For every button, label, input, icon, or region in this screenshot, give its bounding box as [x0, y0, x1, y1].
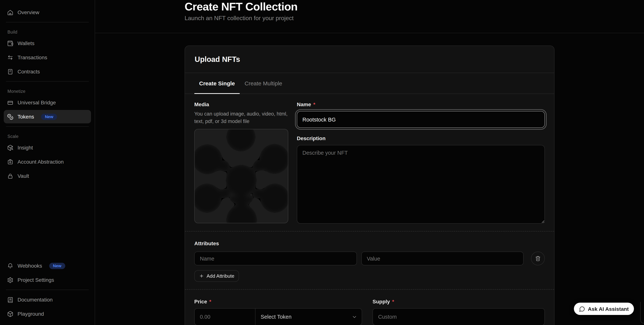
chevron-down-icon	[352, 314, 357, 320]
nft-name-input[interactable]	[297, 111, 545, 128]
wallet-icon	[7, 40, 14, 46]
sidebar-item-label: Vault	[18, 173, 29, 179]
bell-icon	[7, 263, 14, 269]
nft-description-textarea[interactable]	[297, 145, 545, 224]
account-abstraction-icon	[7, 159, 14, 165]
required-asterisk: *	[313, 101, 315, 108]
sidebar-item-label: Universal Bridge	[18, 99, 56, 105]
bridge-card-icon	[7, 99, 14, 106]
home-icon	[7, 9, 14, 15]
ask-ai-assistant-button[interactable]: Ask AI Assistant	[574, 303, 634, 315]
page-header: Create NFT Collection Launch an NFT coll…	[95, 0, 644, 33]
sidebar-item-contracts[interactable]: Contracts	[4, 65, 91, 78]
transactions-icon	[7, 54, 14, 60]
sidebar-item-playground[interactable]: Playground	[4, 307, 91, 321]
price-input-group: Select Token	[194, 308, 362, 325]
name-label: Name	[297, 101, 311, 108]
sidebar-item-transactions[interactable]: Transactions	[4, 51, 91, 64]
media-blob-art	[195, 129, 288, 223]
sidebar-item-account-abstraction[interactable]: Account Abstraction	[4, 155, 91, 168]
page-title: Create NFT Collection	[184, 0, 554, 13]
attributes-label: Attributes	[194, 240, 545, 247]
sidebar-item-webhooks[interactable]: Webhooks New	[4, 259, 91, 273]
media-upload-preview[interactable]	[194, 129, 288, 223]
delete-attribute-button[interactable]	[531, 252, 545, 265]
sidebar-item-overview[interactable]: Overview	[4, 5, 91, 19]
sidebar-item-label: Tokens	[18, 114, 34, 120]
sidebar-item-label: Overview	[18, 9, 39, 15]
sidebar-item-label: Contracts	[18, 69, 40, 74]
sidebar-item-wallets[interactable]: Wallets	[4, 36, 91, 50]
lock-icon	[7, 173, 14, 179]
supply-input[interactable]	[372, 308, 545, 325]
panel-edge-artifact	[640, 302, 644, 324]
sidebar: Overview Build Wallets Transactions Cont…	[0, 0, 95, 325]
upload-nfts-card: Upload NFTs Create Single Create Multipl…	[184, 45, 554, 325]
supply-label: Supply	[372, 298, 390, 305]
sidebar-section-build: Build	[4, 30, 91, 34]
gear-icon	[7, 277, 14, 283]
cube-icon	[7, 311, 14, 317]
token-select-dropdown[interactable]: Select Token	[256, 309, 362, 325]
page-subtitle: Launch an NFT collection for your projec…	[184, 14, 554, 22]
sidebar-item-label: Transactions	[18, 54, 47, 60]
sidebar-item-universal-bridge[interactable]: Universal Bridge	[4, 96, 91, 109]
media-label: Media	[194, 101, 288, 108]
price-label: Price	[194, 298, 207, 305]
required-asterisk: *	[392, 298, 394, 305]
book-icon	[7, 297, 14, 303]
sidebar-item-label: Project Settings	[18, 277, 54, 283]
sidebar-section-monetize: Monetize	[4, 89, 91, 93]
sidebar-divider	[6, 126, 89, 127]
sidebar-item-label: Documentation	[18, 297, 52, 303]
sidebar-section-scale: Scale	[4, 134, 91, 139]
contract-icon	[7, 68, 14, 75]
new-badge: New	[49, 263, 65, 269]
new-badge: New	[41, 113, 57, 120]
attribute-value-input[interactable]	[361, 252, 524, 265]
sidebar-item-insight[interactable]: Insight	[4, 141, 91, 154]
price-amount-input[interactable]	[195, 309, 256, 325]
sidebar-footer: Webhooks New Project Settings Documentat…	[4, 259, 91, 321]
tokens-coins-icon	[7, 113, 14, 120]
sidebar-item-label: Wallets	[18, 40, 34, 46]
app-window: Overview Build Wallets Transactions Cont…	[0, 0, 644, 325]
sidebar-item-label: Account Abstraction	[18, 159, 64, 165]
card-title: Upload NFTs	[195, 55, 544, 64]
required-asterisk: *	[210, 298, 212, 305]
attribute-name-input[interactable]	[194, 252, 357, 265]
tab-create-multiple[interactable]: Create Multiple	[240, 73, 287, 93]
tab-bar: Create Single Create Multiple	[185, 73, 554, 94]
sidebar-item-label: Playground	[18, 311, 44, 317]
insight-icon	[7, 144, 14, 151]
sidebar-divider	[6, 22, 89, 22]
sidebar-item-documentation[interactable]: Documentation	[4, 293, 91, 306]
sidebar-item-project-settings[interactable]: Project Settings	[4, 273, 91, 287]
main-content: Create NFT Collection Launch an NFT coll…	[95, 0, 644, 325]
trash-icon	[535, 256, 541, 261]
description-label: Description	[297, 135, 326, 142]
sidebar-item-tokens[interactable]: Tokens New	[4, 110, 91, 123]
tab-create-single[interactable]: Create Single	[194, 73, 240, 93]
chat-bubble-icon	[579, 306, 585, 312]
sidebar-item-label: Insight	[18, 145, 33, 151]
sidebar-item-vault[interactable]: Vault	[4, 169, 91, 183]
media-hint: You can upload image, audio, video, html…	[194, 110, 288, 125]
sidebar-divider	[6, 81, 89, 82]
add-attribute-button[interactable]: Add Attribute	[194, 270, 239, 282]
sidebar-divider	[6, 290, 89, 290]
plus-icon	[199, 274, 204, 279]
sidebar-item-label: Webhooks	[18, 263, 42, 269]
